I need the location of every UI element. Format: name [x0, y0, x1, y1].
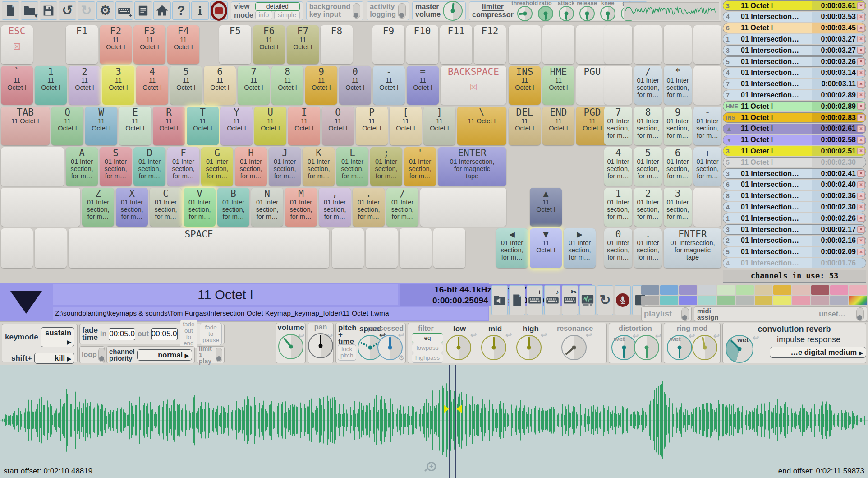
playlist-toggle[interactable]	[681, 307, 689, 321]
fade-to-pause-button[interactable]: fade to pause	[200, 323, 222, 345]
palette-swatch[interactable]	[717, 296, 735, 305]
palette-swatch[interactable]	[792, 285, 810, 295]
key-f11[interactable]: F11	[440, 25, 472, 64]
key-blank[interactable]	[420, 188, 506, 227]
eq-low-reset-icon[interactable]: ↩	[470, 331, 477, 339]
key-6[interactable]: 611 Octet I	[204, 66, 236, 105]
key-z[interactable]: Z01 Inter section, for m…	[82, 188, 114, 227]
key-o[interactable]: O11 Octet I	[322, 107, 354, 145]
key-semicolon[interactable]: ;01 Inter section, for m…	[370, 147, 402, 186]
resonance-reset-icon[interactable]: ↩	[586, 331, 592, 339]
channel-row[interactable]: 601 Intersection…0:00:02.40✕	[723, 180, 866, 190]
channel-close-icon[interactable]: ✕	[857, 58, 865, 65]
key-f5[interactable]: F5	[219, 25, 251, 64]
key-blank[interactable]	[604, 25, 632, 64]
channel-row[interactable]: ▲11 Octet I0:00:02.61✕	[723, 124, 866, 134]
eq-high-reset-icon[interactable]: ↩	[541, 331, 547, 339]
key-blank[interactable]	[693, 25, 721, 64]
key-backtick[interactable]: `11 Octet I	[1, 66, 33, 105]
channel-close-icon[interactable]: ✕	[857, 36, 865, 42]
channel-close-icon[interactable]: ✕	[857, 226, 865, 233]
key-a[interactable]: A01 Inter section, for m…	[66, 147, 98, 186]
key-np6[interactable]: 601 Inter section, for m…	[664, 147, 692, 186]
palette-swatch[interactable]	[811, 285, 829, 295]
channel-row[interactable]: 401 Intersection…0:00:02.30✕	[723, 202, 866, 212]
key-np4[interactable]: 401 Inter section, for m…	[604, 147, 632, 186]
key-l[interactable]: L01 Inter section, for m…	[336, 147, 368, 186]
key-f10[interactable]: F10	[406, 25, 438, 64]
processed-gear-icon[interactable]: ⚙	[399, 354, 404, 362]
key-rbracket[interactable]: ]11 Octet I	[423, 107, 455, 145]
channel-close-icon[interactable]: ✕	[857, 14, 865, 20]
key-s[interactable]: S01 Inter section, for m…	[100, 147, 132, 186]
key-slash[interactable]: /01 Inter section, for m…	[386, 188, 418, 227]
channel-row[interactable]: INS11 Octet I0:00:02.83✕	[723, 112, 866, 123]
channel-close-icon[interactable]: ✕	[857, 125, 865, 132]
key-b[interactable]: B01 Inter section, for m…	[217, 188, 249, 227]
channel-row[interactable]: 701 Intersection…0:00:02.89✕	[723, 90, 866, 100]
channel-row[interactable]: 311 Octet I0:00:03.61✕	[723, 0, 866, 11]
resonance-knob[interactable]	[561, 335, 587, 360]
key-3[interactable]: 311 Octet I	[102, 66, 134, 105]
key-w[interactable]: W11 Octet I	[85, 107, 117, 145]
key-lbracket[interactable]: [11 Octet I	[390, 107, 422, 145]
key-arrowup[interactable]: ▲11 Octet I	[530, 188, 562, 227]
distortion-amount-reset-icon[interactable]: ↩	[655, 332, 661, 340]
key-h[interactable]: H01 Inter section, for m…	[235, 147, 267, 186]
key-blank[interactable]	[634, 25, 662, 64]
key-blank[interactable]	[542, 25, 574, 64]
channel-row[interactable]: ▼11 Octet I0:00:02.58✕	[723, 135, 866, 145]
key-blank[interactable]	[1, 188, 80, 227]
key-blank[interactable]	[400, 228, 432, 268]
palette-swatch[interactable]	[717, 285, 735, 295]
key-np1[interactable]: 101 Inter section, for m…	[604, 188, 632, 227]
channel-row[interactable]: 401 Intersection…0:00:03.14✕	[723, 68, 866, 78]
palette-swatch[interactable]	[660, 296, 678, 305]
key-f12[interactable]: F12	[474, 25, 506, 64]
key-n[interactable]: N01 Inter section, for m…	[251, 188, 283, 227]
key-f8[interactable]: F8	[321, 25, 353, 64]
key-f2[interactable]: F211 Octet I	[100, 25, 132, 64]
channel-close-icon[interactable]: ✕	[857, 148, 865, 154]
keymode-select[interactable]: sustain ▶	[41, 327, 74, 347]
channel-row[interactable]: 101 Intersection…0:00:03.27✕	[723, 34, 866, 44]
key-np3[interactable]: 301 Inter section, for m…	[664, 188, 692, 227]
channel-row[interactable]: 101 Intersection…0:00:02.26✕	[723, 213, 866, 223]
channel-close-icon[interactable]: ✕	[857, 170, 865, 177]
key-blank[interactable]	[693, 66, 721, 105]
channel-close-icon[interactable]: ✕	[857, 114, 865, 121]
key-7[interactable]: 711 Octet I	[238, 66, 270, 105]
key-1[interactable]: 111 Octet I	[35, 66, 67, 105]
key-sound-icon[interactable]: ♪	[544, 285, 560, 315]
key-blank[interactable]	[576, 25, 608, 64]
fade-out-input[interactable]: 00:05.0	[151, 328, 178, 340]
key-d[interactable]: D01 Inter section, for m…	[133, 147, 165, 186]
channel-close-icon[interactable]: ✕	[857, 103, 865, 110]
key-np9[interactable]: 901 Inter section, for m…	[664, 107, 692, 145]
key-blank[interactable]	[366, 228, 398, 268]
impulse-response-select[interactable]: …e digital medium ▶	[770, 347, 866, 358]
channel-row[interactable]: 501 Intersection…0:00:03.26✕	[723, 56, 866, 67]
ring-mod-freq-reset-icon[interactable]: ↩	[713, 332, 720, 340]
key-minus[interactable]: -11 Octet I	[373, 66, 405, 105]
key-backslash[interactable]: \11 Octet I	[457, 107, 506, 145]
key-blank[interactable]	[35, 228, 67, 268]
key-space[interactable]: SPACE	[69, 228, 329, 268]
palette-swatch[interactable]	[849, 296, 867, 305]
reload-icon[interactable]: ↻	[597, 285, 613, 315]
key-f4[interactable]: F411 Octet I	[167, 25, 199, 64]
channel-row[interactable]: 511 Octet I0:00:02.30✕	[723, 157, 866, 167]
key-np0[interactable]: 001 Inter section, for m…	[604, 228, 632, 268]
channel-close-icon[interactable]: ✕	[857, 70, 865, 76]
key-f6[interactable]: F611 Octet I	[253, 25, 285, 64]
channel-row[interactable]: 301 Intersection…0:00:02.41✕	[723, 168, 866, 179]
channel-close-icon[interactable]: ✕	[857, 215, 865, 222]
fade-out-to-end-button[interactable]: fade out to end	[180, 320, 198, 348]
palette-swatch[interactable]	[830, 296, 848, 305]
channel-row[interactable]: 701 Intersection…0:00:03.11✕	[723, 79, 866, 89]
palette-swatch[interactable]	[679, 296, 697, 305]
channel-close-icon[interactable]: ✕	[857, 193, 865, 200]
key-blank[interactable]	[604, 66, 632, 105]
palette-swatch[interactable]	[830, 285, 848, 295]
channel-close-icon[interactable]: ✕	[857, 2, 865, 9]
